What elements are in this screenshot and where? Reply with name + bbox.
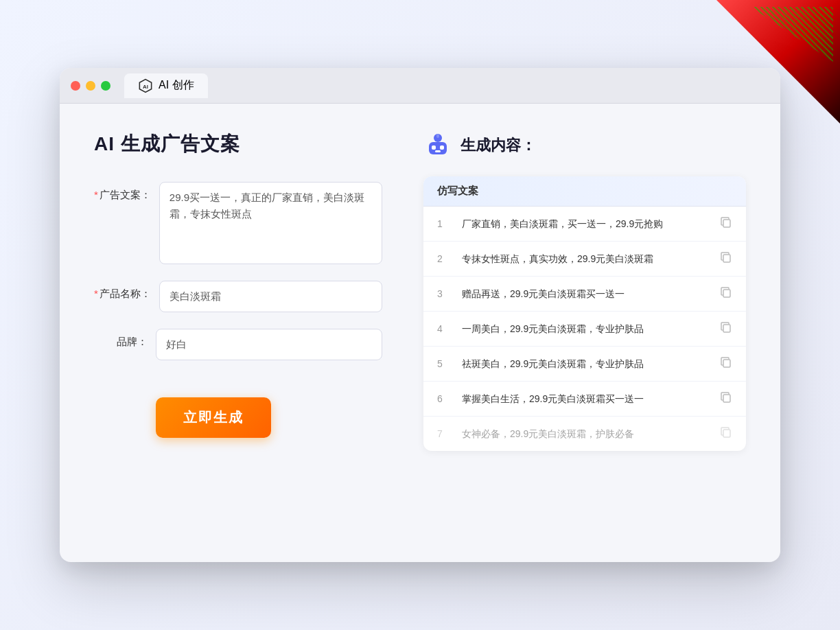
product-name-label: *产品名称：	[94, 281, 159, 301]
browser-window: AI AI 创作 AI 生成广告文案 *广告文案： *产品名称：	[60, 68, 780, 562]
svg-rect-4	[432, 145, 436, 150]
result-text: 掌握美白生活，29.9元美白淡斑霜买一送一	[462, 392, 709, 406]
result-item: 2专抹女性斑点，真实功效，29.9元美白淡斑霜	[423, 242, 746, 277]
result-number: 5	[437, 358, 451, 369]
title-bar: AI AI 创作	[60, 68, 780, 104]
brand-group: 品牌：	[94, 329, 382, 360]
result-number: 4	[437, 323, 451, 334]
copy-icon[interactable]	[720, 251, 732, 266]
result-number: 3	[437, 288, 451, 299]
result-number: 7	[437, 428, 451, 439]
result-text: 女神必备，29.9元美白淡斑霜，护肤必备	[462, 427, 709, 441]
brand-input[interactable]	[156, 329, 382, 360]
copy-icon[interactable]	[720, 391, 732, 406]
copy-icon[interactable]	[720, 321, 732, 336]
svg-text:AI: AI	[143, 83, 148, 89]
minimize-button[interactable]	[86, 81, 95, 91]
result-item: 5祛斑美白，29.9元美白淡斑霜，专业护肤品	[423, 347, 746, 382]
svg-rect-13	[723, 360, 730, 367]
left-panel: AI 生成广告文案 *广告文案： *产品名称： 品牌： 立	[94, 131, 382, 535]
product-name-input[interactable]	[159, 281, 382, 312]
svg-rect-14	[723, 395, 730, 402]
copy-icon[interactable]	[720, 356, 732, 371]
svg-rect-6	[435, 150, 441, 152]
result-text: 赠品再送，29.9元美白淡斑霜买一送一	[462, 287, 709, 301]
svg-rect-8	[436, 134, 439, 138]
result-text: 厂家直销，美白淡斑霜，买一送一，29.9元抢购	[462, 217, 709, 231]
brand-label: 品牌：	[94, 329, 156, 349]
svg-rect-5	[440, 145, 444, 150]
result-number: 1	[437, 218, 451, 229]
ad-copy-input[interactable]	[159, 182, 382, 264]
result-item: 6掌握美白生活，29.9元美白淡斑霜买一送一	[423, 382, 746, 417]
copy-icon[interactable]	[720, 216, 732, 231]
svg-rect-9	[723, 220, 730, 227]
right-panel: 生成内容： 仿写文案 1厂家直销，美白淡斑霜，买一送一，29.9元抢购2专抹女性…	[423, 131, 746, 535]
svg-rect-10	[723, 255, 730, 262]
results-card: 仿写文案 1厂家直销，美白淡斑霜，买一送一，29.9元抢购2专抹女性斑点，真实功…	[423, 176, 746, 451]
result-item: 7女神必备，29.9元美白淡斑霜，护肤必备	[423, 417, 746, 451]
svg-rect-15	[723, 430, 730, 437]
product-name-group: *产品名称：	[94, 281, 382, 312]
ad-copy-group: *广告文案：	[94, 182, 382, 264]
result-item: 3赠品再送，29.9元美白淡斑霜买一送一	[423, 277, 746, 312]
content-area: AI 生成广告文案 *广告文案： *产品名称： 品牌： 立	[60, 104, 780, 562]
required-star: *	[94, 189, 98, 200]
result-text: 专抹女性斑点，真实功效，29.9元美白淡斑霜	[462, 252, 709, 266]
window-controls	[71, 81, 110, 91]
right-title: 生成内容：	[460, 135, 536, 156]
robot-icon	[423, 131, 452, 160]
ad-copy-label: *广告文案：	[94, 182, 159, 202]
result-item: 1厂家直销，美白淡斑霜，买一送一，29.9元抢购	[423, 207, 746, 242]
tab-label: AI 创作	[159, 78, 194, 93]
result-text: 祛斑美白，29.9元美白淡斑霜，专业护肤品	[462, 357, 709, 371]
svg-rect-12	[723, 325, 730, 332]
svg-rect-3	[429, 142, 447, 154]
result-number: 6	[437, 393, 451, 404]
required-star-2: *	[94, 288, 98, 299]
svg-rect-11	[723, 290, 730, 297]
results-list: 1厂家直销，美白淡斑霜，买一送一，29.9元抢购2专抹女性斑点，真实功效，29.…	[423, 207, 746, 451]
result-number: 2	[437, 253, 451, 264]
ai-creation-tab[interactable]: AI AI 创作	[124, 73, 208, 98]
result-text: 一周美白，29.9元美白淡斑霜，专业护肤品	[462, 322, 709, 336]
page-title: AI 生成广告文案	[94, 131, 382, 157]
generate-button[interactable]: 立即生成	[156, 397, 271, 438]
ai-tab-icon: AI	[138, 78, 153, 93]
maximize-button[interactable]	[101, 81, 110, 91]
right-header: 生成内容：	[423, 131, 746, 160]
copy-icon[interactable]	[720, 426, 732, 441]
copy-icon[interactable]	[720, 286, 732, 301]
results-header: 仿写文案	[423, 176, 746, 207]
result-item: 4一周美白，29.9元美白淡斑霜，专业护肤品	[423, 312, 746, 347]
close-button[interactable]	[71, 81, 80, 91]
